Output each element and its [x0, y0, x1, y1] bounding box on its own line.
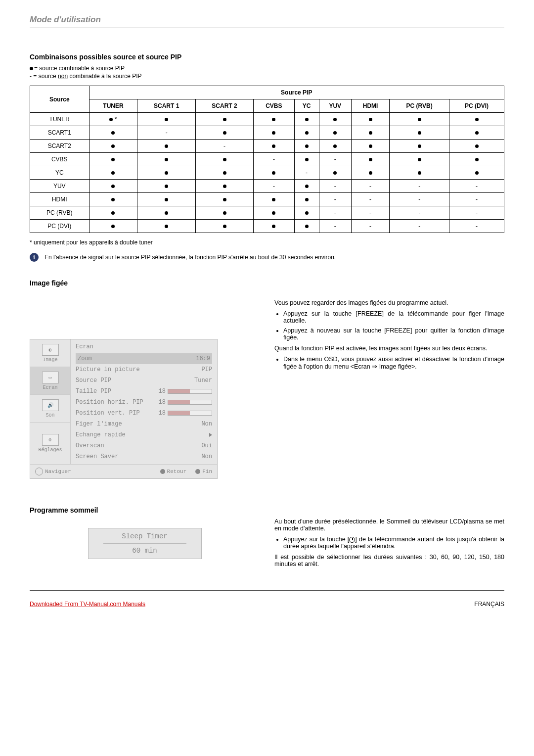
sleep-title: Sleep Timer — [89, 532, 201, 540]
osd-tab-reglages: ⚙ Réglages — [30, 423, 70, 464]
matrix-cell — [254, 126, 294, 140]
zoom-value: 16:9 — [196, 355, 210, 362]
matrix-cell — [254, 206, 294, 220]
section-image-figee: Image figée ◐ Image ▭ Ecran — [30, 279, 504, 479]
matrix-cell — [319, 126, 352, 140]
tab-image-label: Image — [43, 357, 57, 363]
retour-icon — [160, 469, 165, 474]
matrix-cell — [137, 140, 195, 153]
matrix-cell — [390, 140, 449, 153]
osd-row-pip: Picture in picture PIP — [76, 364, 212, 375]
matrix-cell: - — [390, 193, 449, 206]
tab-son-label: Son — [45, 413, 54, 418]
matrix-cell: - — [449, 220, 504, 233]
page-footer: Downloaded From TV-Manual.com Manuals FR… — [30, 590, 504, 608]
matrix-cell — [352, 140, 390, 153]
legend1-text: = source combinable à source PIP — [34, 65, 125, 72]
row-label: SCART1 — [30, 126, 89, 140]
src-label: Source PIP — [76, 377, 111, 384]
matrix-cell — [89, 153, 137, 166]
col-header: SCART 2 — [195, 99, 253, 113]
row-label: PC (DVI) — [30, 220, 89, 233]
matrix-cell: - — [352, 220, 390, 233]
matrix-cell — [195, 126, 253, 140]
matrix-cell — [449, 153, 504, 166]
hpos-label: Position horiz. PIP — [76, 399, 143, 406]
matrix-cell — [390, 153, 449, 166]
osd-tab-ecran: ▭ Ecran — [30, 367, 70, 395]
matrix-cell — [137, 153, 195, 166]
legend-combinable: = source combinable à source PIP — [30, 65, 504, 72]
info-note-text: En l'absence de signal sur le source PIP… — [44, 254, 336, 261]
matrix-cell: - — [390, 206, 449, 220]
image-figee-heading: Image figée — [30, 279, 504, 287]
table-row: TUNER — [30, 113, 504, 126]
section-sommeil: Programme sommeil Sleep Timer 60 min Au … — [30, 506, 504, 570]
matrix-cell — [449, 140, 504, 153]
osd-body-title: Ecran — [76, 343, 212, 350]
matrix-cell — [137, 206, 195, 220]
tab-reglages-label: Réglages — [38, 447, 62, 453]
matrix-cell: - — [137, 126, 195, 140]
matrix-cell: - — [449, 193, 504, 206]
legend2-suffix: combinable à la source PIP — [68, 73, 141, 80]
matrix-cell — [89, 193, 137, 206]
matrix-cell: - — [195, 140, 253, 153]
matrix-cell — [195, 206, 253, 220]
table-row: HDMI---- — [30, 193, 504, 206]
col-header: PC (DVI) — [449, 99, 504, 113]
son-tab-icon: 🔊 — [42, 399, 59, 411]
row-label: YC — [30, 166, 89, 180]
legend-non-combinable: - = source non combinable à la source PI… — [30, 73, 504, 80]
sommeil-p1: Au bout d'une durée présélectionnée, le … — [274, 518, 504, 532]
matrix-cell — [89, 166, 137, 180]
table-row: PC (DVI)---- — [30, 220, 504, 233]
matrix-cell — [89, 220, 137, 233]
figee-li1: Appuyez sur la touche [FREEZE] de la tél… — [283, 310, 504, 324]
matrix-cell — [195, 193, 253, 206]
table-row: SCART1- — [30, 126, 504, 140]
table-row: YUV----- — [30, 180, 504, 193]
sommeil-li-prefix: Appuyez sur la touche [ — [283, 536, 349, 543]
section-combinaisons: Combinaisons possibles source et source … — [30, 53, 504, 262]
matrix-cell: - — [319, 220, 352, 233]
hpos-slider — [168, 400, 212, 405]
osd-row-saver: Screen Saver Non — [76, 451, 212, 462]
legend2-prefix: - = source — [30, 73, 58, 80]
matrix-cell: - — [449, 180, 504, 193]
matrix-cell — [294, 180, 319, 193]
matrix-cell — [195, 113, 253, 126]
figee-p2: Quand la fonction PIP est activée, les i… — [274, 345, 504, 352]
footer-nav: Naviguer — [45, 469, 71, 474]
osd-footer: Naviguer Retour Fin — [30, 464, 217, 478]
taille-slider — [168, 389, 212, 394]
matrix-cell — [352, 153, 390, 166]
sleep-timer-box: Sleep Timer 60 min — [88, 528, 202, 559]
table-row: YC- — [30, 166, 504, 180]
figee-p1: Vous pouvez regarder des images figées d… — [274, 299, 504, 306]
src-value: Tuner — [194, 377, 212, 384]
osd-tab-image: ◐ Image — [30, 339, 70, 367]
matrix-cell — [89, 180, 137, 193]
osd-row-source-pip: Source PIP Tuner — [76, 375, 212, 386]
bullet-icon — [30, 67, 33, 70]
table-row: CVBS-- — [30, 153, 504, 166]
matrix-cell — [390, 126, 449, 140]
osd-row-overscan: Overscan Oui — [76, 440, 212, 451]
osd-row-taille-pip: Taille PIP 18 — [76, 386, 212, 397]
info-note-row: i En l'absence de signal sur le source P… — [30, 253, 504, 262]
footer-download-link[interactable]: Downloaded From TV-Manual.com Manuals — [30, 601, 145, 608]
footer-end: Fin — [202, 469, 212, 474]
osd-row-vpos-pip: Position vert. PIP 18 — [76, 408, 212, 419]
osd-tabs: ◐ Image ▭ Ecran 🔊 Son ⚙ — [30, 339, 71, 464]
col-header: TUNER — [89, 99, 137, 113]
pip-value: PIP — [201, 366, 212, 373]
echange-label: Echange rapide — [76, 431, 126, 438]
matrix-cell — [254, 193, 294, 206]
zoom-label: Zoom — [78, 355, 92, 362]
matrix-cell — [294, 126, 319, 140]
triangle-right-icon — [209, 433, 212, 437]
hpos-num: 18 — [155, 399, 166, 406]
vpos-num: 18 — [155, 410, 166, 417]
table-row: SCART2- — [30, 140, 504, 153]
